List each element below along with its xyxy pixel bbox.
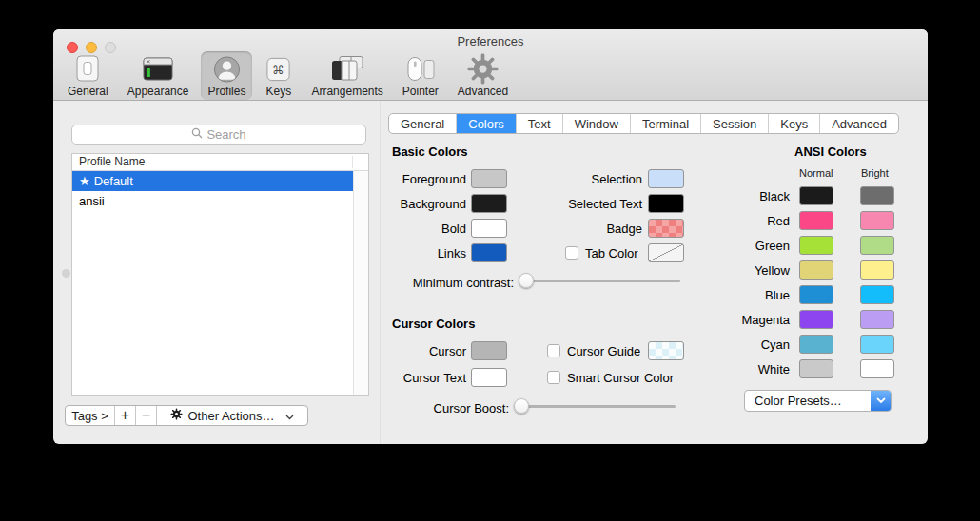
ansi-cyan-bright-swatch[interactable] [860,335,894,354]
badge-color-well[interactable] [648,219,684,238]
tab-color-well-empty[interactable] [648,243,684,262]
cursor-text-label: Cursor Text [377,371,466,385]
profile-row-default[interactable]: ★Default [72,171,354,191]
ansi-normal-header: Normal [799,167,833,179]
color-presets-label: Color Presets… [745,394,871,408]
ansi-white-normal-swatch[interactable] [799,359,833,378]
ansi-row-label: Cyan [710,338,790,352]
ansi-magenta-bright-swatch[interactable] [860,310,894,329]
header-column-divider [352,156,353,168]
ansi-yellow-bright-swatch[interactable] [860,260,894,280]
settings-tab-bar: GeneralColorsTextWindowTerminalSessionKe… [388,113,899,134]
toolbar-item-label: Keys [266,85,292,98]
profile-row-ansii[interactable]: ansii [72,191,354,211]
ansi-bright-header: Bright [861,167,889,179]
selection-color-well[interactable] [648,169,684,188]
ansi-colors-title: ANSI Colors [794,145,867,159]
toolbar-item-label: Appearance [127,85,189,98]
smart-cursor-color-checkbox[interactable] [547,371,560,384]
profile-list-header[interactable]: Profile Name [72,154,368,171]
toolbar-item-pointer[interactable]: Pointer [396,51,445,100]
list-scrollbar[interactable] [353,171,368,395]
ansi-row-label: Yellow [710,263,790,278]
toolbar-item-general[interactable]: General [61,51,115,100]
ansi-row-label: Magenta [710,313,790,327]
toolbar-item-arrangements[interactable]: Arrangements [304,51,389,100]
chevron-down-icon [285,409,294,423]
color-row-label: Selection [534,172,642,186]
toolbar: GeneralAppearanceProfiles⌘KeysArrangemen… [61,51,515,100]
ansi-row-label: Red [710,214,790,228]
background-color-well[interactable] [471,194,507,213]
profile-name: Default [94,174,133,188]
appearance-icon [142,53,174,85]
cursor-text-color-well[interactable] [471,368,507,387]
selected-text-color-well[interactable] [648,194,684,213]
tab-window[interactable]: Window [562,114,630,133]
toolbar-item-label: Arrangements [311,85,382,98]
gear-icon [170,408,183,423]
profile-name: ansii [79,194,105,208]
toolbar-item-appearance[interactable]: Appearance [121,51,196,100]
ansi-green-bright-swatch[interactable] [860,236,894,255]
cursor-label: Cursor [388,344,466,358]
ansi-black-normal-swatch[interactable] [799,186,833,205]
ansi-white-bright-swatch[interactable] [860,359,894,378]
ansi-red-bright-swatch[interactable] [860,211,894,230]
color-presets-dropdown[interactable]: Color Presets… [744,390,892,412]
cursor-guide-color-well[interactable] [648,341,684,360]
list-button-row: Tags > + − Other Actions… [65,405,308,426]
slider-knob[interactable] [514,398,529,414]
ansi-blue-normal-swatch[interactable] [799,285,833,304]
ansi-black-bright-swatch[interactable] [860,186,894,205]
color-row-label: Bold [388,222,466,236]
tab-color-checkbox[interactable] [565,246,578,260]
ansi-magenta-normal-swatch[interactable] [799,310,833,329]
foreground-color-well[interactable] [471,169,507,188]
default-star-icon: ★ [79,174,90,188]
ansi-red-normal-swatch[interactable] [799,211,833,230]
tab-colors[interactable]: Colors [456,114,516,133]
slider-track[interactable] [519,280,680,282]
links-color-well[interactable] [471,243,507,262]
remove-profile-button[interactable]: − [136,406,157,425]
tab-advanced[interactable]: Advanced [819,114,898,133]
color-row-label: Links [388,246,466,260]
tab-session[interactable]: Session [700,114,768,133]
pane-divider [380,101,381,444]
search-input[interactable]: Search [71,125,366,145]
ansi-yellow-normal-swatch[interactable] [799,260,833,280]
toolbar-item-label: Advanced [458,85,508,98]
title-bar[interactable]: Preferences GeneralAppearanceProfiles⌘Ke… [53,29,928,101]
toolbar-item-keys[interactable]: ⌘Keys [258,51,299,100]
ansi-green-normal-swatch[interactable] [799,236,833,255]
basic-colors-title: Basic Colors [392,145,467,159]
keys-icon: ⌘ [265,53,292,85]
cursor-guide-label: Cursor Guide [567,344,640,358]
toolbar-item-advanced[interactable]: Advanced [451,51,515,100]
minimum-contrast-slider[interactable] [519,273,680,289]
cursor-guide-checkbox[interactable] [547,344,560,357]
tags-button[interactable]: Tags > [66,406,115,425]
add-profile-button[interactable]: + [115,406,136,425]
tab-text[interactable]: Text [516,114,562,133]
color-row-label: Background [388,197,466,211]
cursor-color-well[interactable] [471,341,507,360]
arrangements-icon [330,53,364,85]
other-actions-button[interactable]: Other Actions… [157,406,307,425]
bold-color-well[interactable] [471,219,507,238]
ansi-cyan-normal-swatch[interactable] [799,335,833,354]
ansi-row-label: Green [710,239,790,253]
slider-track[interactable] [514,405,676,408]
slider-knob[interactable] [519,273,534,288]
toolbar-item-profiles[interactable]: Profiles [201,51,252,100]
tab-keys[interactable]: Keys [768,114,819,133]
tab-general[interactable]: General [389,114,456,133]
ansi-row-label: Black [710,189,790,203]
general-icon [73,53,102,85]
pane-drag-dot [62,269,70,278]
tab-terminal[interactable]: Terminal [630,114,700,133]
ansi-row-label: Blue [710,288,790,302]
ansi-blue-bright-swatch[interactable] [860,285,894,304]
cursor-boost-slider[interactable] [514,398,676,415]
